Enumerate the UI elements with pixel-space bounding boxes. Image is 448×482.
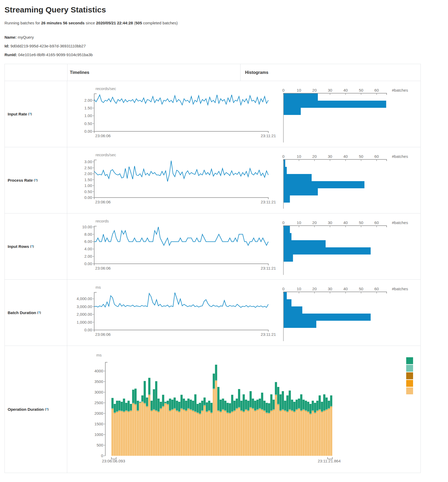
operation-duration-bar-segment <box>169 399 171 410</box>
operation-duration-y-tick: 4000 <box>94 369 103 373</box>
operation-duration-bar-segment <box>325 398 328 409</box>
operation-duration-bar-segment <box>266 412 268 413</box>
input-rate-x-end: 23:11:21 <box>261 133 276 138</box>
operation-duration-bar-segment <box>309 414 311 414</box>
operation-duration-bar-segment <box>291 411 293 411</box>
operation-duration-bar-segment <box>162 407 164 456</box>
operation-duration-bar-segment <box>273 410 275 410</box>
query-id: 9d0dd219-995d-423e-b97d-36931110bb27 <box>10 44 86 48</box>
help-icon[interactable]: (?) <box>37 311 41 314</box>
help-icon[interactable]: (?) <box>28 112 32 115</box>
operation-duration-bar-segment <box>220 412 222 412</box>
operation-duration-bar-segment <box>277 404 279 405</box>
row-label-text: Batch Duration <box>8 310 36 315</box>
operation-duration-bar-segment <box>286 411 288 412</box>
operation-duration-bar-segment <box>279 411 282 411</box>
operation-duration-bar-segment <box>277 405 279 405</box>
row-charts-operation-duration: ms4000350030002500200015001000500023:06:… <box>67 346 420 473</box>
operation-duration-bar-segment <box>139 403 141 403</box>
operation-duration-bar-segment <box>121 412 123 456</box>
operation-duration-bar-segment <box>167 404 169 404</box>
operation-duration-bar-segment <box>282 409 284 410</box>
operation-duration-bar-segment <box>169 411 171 411</box>
operation-duration-bar-segment <box>180 409 183 409</box>
query-name: myQuery <box>18 35 34 39</box>
operation-duration-bar-segment <box>263 411 265 411</box>
operation-duration-bar-segment <box>222 409 224 410</box>
operation-duration-bar-segment <box>284 410 286 411</box>
operation-duration-bar-segment <box>245 409 247 410</box>
process-rate-batches-axis-label: #batches <box>392 154 408 159</box>
operation-duration-bar-segment <box>160 409 162 409</box>
operation-duration-bar-segment <box>243 412 245 412</box>
batch-duration-x-end: 23:11:21 <box>261 332 276 337</box>
operation-duration-bar-segment <box>185 411 187 456</box>
operation-duration-bar-segment <box>277 404 279 404</box>
operation-duration-bar-segment <box>146 398 148 406</box>
operation-duration-bar-segment <box>162 407 164 407</box>
input-rows-y-tick: 2.00 <box>84 254 92 258</box>
operation-duration-bar-segment <box>215 381 217 381</box>
batch-duration-hist-tick: 0 <box>282 287 284 291</box>
operation-duration-bar-segment <box>268 413 270 414</box>
operation-duration-bar-segment <box>185 411 187 411</box>
operation-duration-bar-segment <box>194 412 196 456</box>
streaming-query-statistics-page: Streaming Query Statistics Running batch… <box>0 0 448 473</box>
operation-duration-bar-segment <box>176 401 178 410</box>
operation-duration-bar-segment <box>250 408 252 408</box>
operation-duration-bar-segment <box>309 404 311 413</box>
operation-duration-bar-segment <box>222 410 224 410</box>
batch-duration-y-tick: 3,000.00 <box>77 304 92 309</box>
operation-duration-bar-segment <box>134 405 137 456</box>
operation-duration-bar-segment <box>116 412 118 412</box>
row-label-text: Process Rate <box>8 178 33 182</box>
table-row-operation-duration: Operation Duration(?)ms40003500300025002… <box>5 346 420 473</box>
help-icon[interactable]: (?) <box>45 408 49 411</box>
help-icon[interactable]: (?) <box>34 178 38 182</box>
operation-duration-bar-segment <box>178 412 180 412</box>
operation-duration-bar-segment <box>291 411 293 411</box>
input-rows-x-end: 23:11:21 <box>261 266 276 270</box>
row-charts-input-rows: records10.008.006.004.002.000.0023:06:06… <box>67 213 420 279</box>
operation-duration-bar-segment <box>319 409 321 410</box>
operation-duration-bar-segment <box>144 381 146 403</box>
operation-duration-bar-segment <box>121 402 123 411</box>
operation-duration-bar-segment <box>192 411 194 411</box>
process-rate-hist-tick: 20 <box>312 154 317 159</box>
operation-duration-bar-segment <box>190 410 192 410</box>
help-icon[interactable]: (?) <box>30 245 34 248</box>
input-rows-y-tick: 8.00 <box>84 232 92 236</box>
operation-duration-bar-segment <box>137 401 139 410</box>
operation-duration-bar-segment <box>121 411 123 411</box>
operation-duration-bar-segment <box>114 412 116 413</box>
operation-duration-bar-segment <box>229 403 231 413</box>
operation-duration-bar-segment <box>261 410 263 410</box>
input-rate-hist-tick: 0 <box>282 88 284 92</box>
query-runid-line: RunId:04e101e6-8bf8-4165-9099-9104c951ba… <box>4 52 448 57</box>
operation-duration-bar-segment <box>245 400 247 409</box>
operation-duration-bar-segment <box>208 411 210 411</box>
operation-duration-bar-segment <box>130 411 132 411</box>
process-rate-hist-tick: 0 <box>282 154 284 159</box>
operation-duration-bar-segment <box>157 411 160 412</box>
input-rate-batches-axis-label: #batches <box>392 88 408 92</box>
operation-duration-bar-segment <box>321 412 323 412</box>
operation-duration-bar-segment <box>210 412 212 413</box>
operation-duration-bar-segment <box>231 412 233 412</box>
operation-duration-bar-segment <box>153 410 155 410</box>
operation-duration-bar-segment <box>125 411 127 411</box>
operation-duration-bar-segment <box>307 402 309 411</box>
operation-duration-bar-segment <box>282 410 284 456</box>
operation-duration-bar-segment <box>261 409 263 410</box>
process-rate-x-start: 23:06:06 <box>95 200 111 204</box>
operation-duration-bar-segment <box>289 410 291 456</box>
operation-duration-chart: ms4000350030002500200015001000500023:06:… <box>67 346 420 473</box>
operation-duration-bar-segment <box>121 411 123 412</box>
operation-duration-bar-segment <box>256 409 259 410</box>
operation-duration-bar-segment <box>134 389 137 404</box>
operation-duration-bar-segment <box>298 409 300 409</box>
operation-duration-bar-segment <box>319 410 321 410</box>
operation-duration-bar-segment <box>277 387 279 404</box>
operation-duration-bar-segment <box>296 400 298 409</box>
input-rows-hist-tick: 0 <box>282 220 284 225</box>
